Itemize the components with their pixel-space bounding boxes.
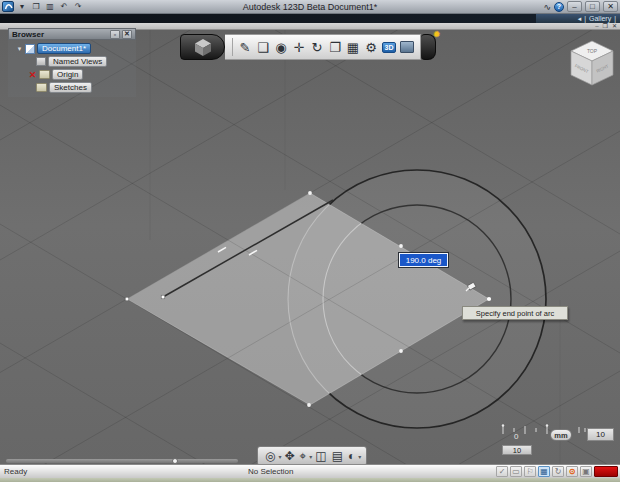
- browser-close-icon[interactable]: ✕: [122, 30, 132, 39]
- minimize-button[interactable]: –: [567, 1, 582, 12]
- gallery-band: ◂ | Gallery |: [0, 14, 620, 23]
- sketch-icon[interactable]: ✎: [236, 37, 254, 57]
- grid-size-field[interactable]: 10: [587, 428, 614, 441]
- app-window: ▾ ❒ ▥ ↶ ↷ Autodesk 123D Beta Document1* …: [0, 0, 620, 482]
- grid-scale-widget: 0 10 mm 10: [495, 424, 617, 460]
- document-icon: [25, 44, 35, 54]
- gears-icon[interactable]: ⚙: [362, 37, 380, 57]
- refresh-icon[interactable]: ↻: [552, 466, 564, 477]
- primitive-box-icon[interactable]: ❑: [254, 37, 272, 57]
- view-cube[interactable]: TOP FRONT RIGHT: [565, 37, 619, 89]
- display-style-icon[interactable]: ◐: [346, 449, 357, 463]
- stop-button[interactable]: [594, 466, 618, 477]
- origin-folder-icon: [39, 70, 50, 79]
- doc-restore-button[interactable]: ❐: [603, 23, 608, 30]
- look-at-icon[interactable]: ◫: [313, 449, 328, 463]
- navigation-bar: ◎ ▾ ✥ ⌖ ▾ ◫ ▤ ◐ ▾: [257, 446, 367, 466]
- unit-button[interactable]: mm: [550, 429, 572, 441]
- snap-check-icon[interactable]: ✓: [496, 466, 508, 477]
- save-icon[interactable]: ▥: [44, 1, 56, 12]
- display-caret-icon[interactable]: ▾: [358, 453, 361, 460]
- combine-icon[interactable]: ❐: [326, 37, 344, 57]
- move-icon[interactable]: ✛: [290, 37, 308, 57]
- status-bar: Ready No Selection ✓ ▭ ⚐ ▦ ↻ ⊙ ▣: [0, 464, 620, 478]
- text-3d-icon[interactable]: 3D✦: [380, 37, 398, 57]
- tree-item-sketches[interactable]: Sketches: [12, 81, 136, 94]
- window-title: Autodesk 123D Beta Document1*: [0, 2, 620, 12]
- doc-minimize-button[interactable]: –: [595, 23, 598, 30]
- open-folder-icon[interactable]: ❒: [30, 1, 42, 12]
- close-button[interactable]: ✕: [603, 1, 618, 12]
- zoom-icon[interactable]: ⌖: [298, 449, 309, 463]
- gallery-label[interactable]: Gallery: [589, 15, 611, 22]
- scale-range-field[interactable]: 10: [502, 445, 532, 455]
- grid-toggle-icon[interactable]: ▦: [538, 466, 550, 477]
- app-logo-icon[interactable]: [2, 1, 14, 12]
- sync-icon[interactable]: ∿: [543, 2, 551, 12]
- redo-icon[interactable]: ↷: [72, 1, 84, 12]
- revolve-icon[interactable]: ↻: [308, 37, 326, 57]
- flag-icon[interactable]: ⚐: [524, 466, 536, 477]
- orbit-icon[interactable]: ◎: [263, 449, 277, 463]
- main-toolbar: ✎ ❑ ◉ ✛ ↻ ❐ ▦ ⚙ 3D✦ ✹: [180, 34, 436, 60]
- target-icon[interactable]: ⊙: [566, 466, 578, 477]
- gallery-tab[interactable]: ◂ | Gallery |: [536, 14, 620, 23]
- title-bar: ▾ ❒ ▥ ↶ ↷ Autodesk 123D Beta Document1* …: [0, 0, 620, 14]
- browser-pin-icon[interactable]: ▫: [110, 30, 120, 39]
- named-views-icon: [36, 57, 46, 66]
- origin-hidden-icon[interactable]: ✕: [28, 70, 37, 80]
- home-menu-button[interactable]: [180, 34, 225, 60]
- browser-header[interactable]: Browser ▫ ✕: [8, 28, 136, 40]
- prompt-tooltip: Specify end point of arc: [462, 306, 568, 320]
- pan-icon[interactable]: ✥: [283, 449, 297, 463]
- browser-panel: Browser ▫ ✕ ▾ Document1* Named Views ✕ O…: [8, 28, 136, 97]
- browser-tree: ▾ Document1* Named Views ✕ Origin Sketch…: [8, 40, 136, 97]
- doc-close-button[interactable]: ✕: [612, 23, 617, 30]
- help-icon[interactable]: ?: [554, 2, 564, 12]
- browser-title: Browser: [12, 30, 44, 39]
- gallery-back-icon[interactable]: ◂: [578, 15, 582, 23]
- status-selection: No Selection: [248, 467, 293, 476]
- orbit-caret-icon[interactable]: ▾: [278, 453, 281, 460]
- home-cube-icon: [192, 36, 214, 58]
- tree-label-document[interactable]: Document1*: [37, 43, 91, 54]
- viewcube-top-label[interactable]: TOP: [587, 48, 598, 54]
- camera-icon[interactable]: ▤: [330, 449, 345, 463]
- selection-box-icon[interactable]: ▭: [510, 466, 522, 477]
- toolbar-strip: ✎ ❑ ◉ ✛ ↻ ❐ ▦ ⚙ 3D✦ ✹: [225, 34, 421, 60]
- timeline-slider[interactable]: [6, 459, 238, 463]
- angle-value-input[interactable]: 190.0 deg: [399, 253, 448, 267]
- gallery-divider: |: [584, 15, 586, 22]
- sphere-point-icon[interactable]: ◉: [272, 37, 290, 57]
- tree-item-document[interactable]: ▾ Document1*: [12, 42, 136, 55]
- tree-label-sketches[interactable]: Sketches: [49, 82, 92, 93]
- app-menu-caret-icon[interactable]: ▾: [16, 1, 28, 12]
- tree-item-origin[interactable]: ✕ Origin: [12, 68, 136, 81]
- sketches-folder-icon: [36, 83, 47, 92]
- gallery-divider-2: |: [614, 15, 616, 22]
- tree-label-origin[interactable]: Origin: [52, 69, 83, 80]
- scene-material-icon[interactable]: ✹: [398, 37, 416, 57]
- tree-item-named-views[interactable]: Named Views: [12, 55, 136, 68]
- bottom-edge-strip: [0, 478, 620, 482]
- scale-origin-label: 0: [514, 432, 518, 441]
- undo-icon[interactable]: ↶: [58, 1, 70, 12]
- maximize-button[interactable]: □: [585, 1, 600, 12]
- pattern-grid-icon[interactable]: ▦: [344, 37, 362, 57]
- tree-label-named-views[interactable]: Named Views: [48, 56, 107, 67]
- expander-icon[interactable]: ▾: [16, 45, 23, 53]
- status-left: Ready: [4, 467, 27, 476]
- zoom-caret-icon[interactable]: ▾: [309, 453, 312, 460]
- quick-access-toolbar: ▾ ❒ ▥ ↶ ↷: [0, 1, 84, 12]
- screen-icon[interactable]: ▣: [580, 466, 592, 477]
